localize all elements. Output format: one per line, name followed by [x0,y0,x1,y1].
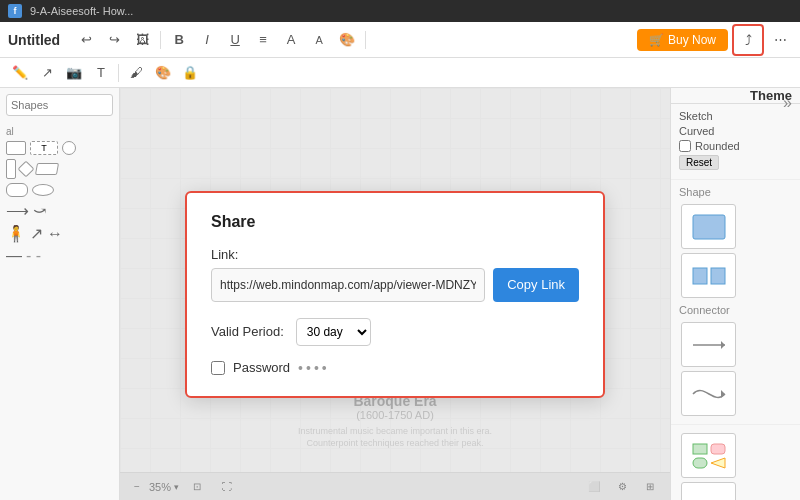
svg-rect-1 [693,268,707,284]
app-title: Untitled [8,32,60,48]
diamond-shape[interactable] [18,161,35,178]
password-checkbox[interactable] [211,361,225,375]
bold-button[interactable]: B [167,28,191,52]
buy-now-label: Buy Now [668,33,716,47]
connector-card-svg-1 [689,329,729,361]
buy-now-button[interactable]: 🛒 Buy Now [637,29,728,51]
connector-cards-row [679,320,792,418]
share-button[interactable]: ⤴ [732,24,764,56]
style-section: Sketch Curved Rounded Reset [671,104,800,180]
brush-button[interactable]: 🖌 [124,61,148,85]
diag-arrow-shape[interactable]: ↗ [30,224,43,243]
shape-card-svg-2 [689,260,729,292]
sep-2 [365,31,366,49]
cart-icon: 🛒 [649,33,664,47]
password-dots: •••• [298,360,330,376]
dash-shape[interactable]: - - [26,247,41,265]
sketch-label: Sketch [679,110,713,122]
curve-shape[interactable]: ⤻ [33,201,46,220]
draw-button[interactable]: ✏️ [8,61,32,85]
double-arrow-shape[interactable]: ↔ [47,225,63,243]
search-input[interactable] [6,94,113,116]
svg-marker-5 [721,390,725,398]
color-button[interactable]: 🎨 [335,28,359,52]
rounded-checkbox[interactable] [679,140,691,152]
link-input[interactable] [211,268,485,302]
circle-shape[interactable] [62,141,76,155]
valid-period-select[interactable]: 30 day 7 day 1 day No limit [296,318,371,346]
shape-cards-row [679,202,792,300]
italic-button[interactable]: I [195,28,219,52]
expand-panel-button[interactable]: » [783,94,792,112]
reset-row: Reset [679,155,792,170]
svg-rect-8 [693,458,707,468]
canvas-area[interactable]: Baroque Era (1600-1750 AD) Instrumental … [120,88,670,500]
shape-card-3[interactable] [681,433,736,478]
link-row: Copy Link [211,268,579,302]
valid-period-label: Valid Period: [211,324,284,339]
rect-shape[interactable] [6,141,26,155]
palette-button[interactable]: 🎨 [151,61,175,85]
modal-title: Share [211,213,579,231]
toolbar-right-group: ⤴ ⋯ [732,24,792,56]
shape-card-svg-1 [689,211,729,243]
modal-overlay: Share Link: Copy Link Valid Period: 30 d… [120,88,670,500]
font-button[interactable]: A [279,28,303,52]
shapes-label: al [6,126,113,137]
second-toolbar: ✏️ ↗ 📷 T 🖌 🎨 🔒 [0,58,800,88]
svg-rect-6 [693,444,707,454]
valid-period-row: Valid Period: 30 day 7 day 1 day No limi… [211,318,579,346]
person-shape[interactable]: 🧍 [6,224,26,243]
title-bar: f 9-A-Aiseesoft- How... [0,0,800,22]
arrow-shape[interactable]: ⟶ [6,201,29,220]
right-panel: Theme Sketch Curved Rounded Reset Shape [670,88,800,500]
share-icon: ⤴ [745,32,752,48]
font-size-button[interactable]: A [307,28,331,52]
sep-3 [118,64,119,82]
image2-button[interactable]: 📷 [62,61,86,85]
rounded-row: Rounded [679,140,792,152]
shape-row-5: 🧍 ↗ ↔ [6,224,113,243]
connector-section-label: Connector [679,304,792,316]
shape-section-label: Shape [679,186,792,198]
oval-shape[interactable] [32,184,54,196]
shape-card-1[interactable] [681,204,736,249]
copy-link-button[interactable]: Copy Link [493,268,579,302]
reset-button[interactable]: Reset [679,155,719,170]
connector-card-svg-2 [689,378,729,410]
text-shape[interactable]: T [30,141,58,155]
shape-row-4: ⟶ ⤻ [6,201,113,220]
list-button[interactable]: ≡ [251,28,275,52]
underline-button[interactable]: U [223,28,247,52]
arrow-button[interactable]: ↗ [35,61,59,85]
sidebar-search-area [0,88,119,122]
svg-rect-7 [711,444,725,454]
shape-row-2 [6,159,113,179]
share-modal: Share Link: Copy Link Valid Period: 30 d… [185,191,605,398]
sketch-row: Sketch [679,110,792,122]
tall-rect-shape[interactable] [6,159,16,179]
lock-button[interactable]: 🔒 [178,61,202,85]
shape-row-6: — - - [6,247,113,265]
line-shape[interactable]: — [6,247,22,265]
text-button[interactable]: T [89,61,113,85]
more-shapes-section [671,425,800,500]
curved-label: Curved [679,125,714,137]
title-bar-text: 9-A-Aiseesoft- How... [30,5,133,17]
settings-button[interactable]: ⋯ [768,28,792,52]
connector-card-1[interactable] [681,322,736,367]
image-button[interactable]: 🖼 [130,28,154,52]
password-label: Password [233,360,290,375]
undo-button[interactable]: ↩ [74,28,98,52]
shape-row-1: T [6,141,113,155]
connector-card-3[interactable] [681,482,736,500]
parallelogram-shape[interactable] [35,163,59,175]
svg-rect-2 [711,268,725,284]
shape-card-2[interactable] [681,253,736,298]
connector-card-2[interactable] [681,371,736,416]
redo-button[interactable]: ↪ [102,28,126,52]
shape-list: al T ⟶ ⤻ 🧍 ↗ ↔ [0,122,119,500]
app-icon: f [8,4,22,18]
rounded-rect-shape[interactable] [6,183,28,197]
panel-header: Theme [671,88,800,104]
